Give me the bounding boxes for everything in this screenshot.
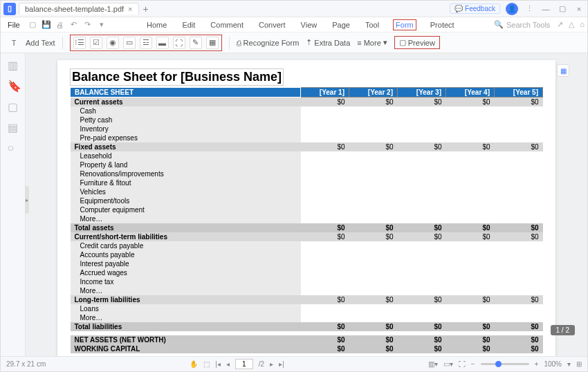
maximize-icon[interactable]: ▢ — [557, 3, 568, 15]
row-label: Total assets — [71, 223, 301, 232]
layer-icon[interactable]: ▤ — [8, 121, 19, 132]
cell — [398, 268, 446, 277]
save-icon[interactable]: 💾 — [41, 19, 52, 30]
first-page-icon[interactable]: |◂ — [215, 360, 221, 368]
row-label: More… — [71, 313, 301, 322]
cell — [495, 304, 543, 313]
col-year: [Year 3] — [398, 88, 446, 97]
menu-edit[interactable]: Edit — [181, 19, 196, 30]
cell: $0 — [495, 295, 543, 304]
cell — [349, 106, 398, 115]
cell — [446, 133, 495, 142]
hand-tool-icon[interactable]: ✋ — [190, 360, 198, 368]
balance-sheet-table: BALANCE SHEET[Year 1][Year 2][Year 3][Ye… — [70, 87, 543, 353]
page-input[interactable] — [235, 359, 253, 369]
attachments-icon[interactable]: ▢ — [8, 100, 19, 111]
image-field-icon[interactable]: ⛶ — [173, 37, 185, 49]
viewmode1-icon[interactable]: ▥▾ — [428, 360, 438, 368]
close-tab-icon[interactable]: × — [128, 5, 132, 13]
menu-page[interactable]: Page — [331, 19, 351, 30]
cell: $0 — [349, 335, 398, 344]
cell: $0 — [446, 335, 495, 344]
last-page-icon[interactable]: ▸| — [279, 360, 284, 368]
file-menu[interactable]: File — [3, 21, 24, 29]
cell — [495, 196, 543, 205]
feedback-button[interactable]: 💬 Feedback — [450, 3, 500, 14]
cloud-icon[interactable]: △ — [569, 20, 574, 29]
row-label: Property & land — [71, 160, 301, 169]
text-tool-icon[interactable]: T — [8, 37, 20, 49]
redo-icon[interactable]: ↷ — [82, 19, 93, 30]
cell — [301, 151, 349, 160]
cell: $0 — [349, 97, 398, 107]
cell: $0 — [301, 223, 349, 232]
cell — [398, 241, 446, 250]
add-text-button[interactable]: Add Text — [26, 39, 55, 47]
cell — [349, 196, 398, 205]
zoom-out-icon[interactable]: − — [471, 360, 475, 368]
zoom-chevron-icon[interactable]: ▾ — [567, 360, 571, 368]
chevron-down-icon[interactable]: ▾ — [96, 19, 107, 30]
undo-icon[interactable]: ↶ — [68, 19, 80, 30]
share-icon[interactable]: ↗ — [557, 20, 563, 29]
viewmode2-icon[interactable]: ▭▾ — [443, 360, 453, 368]
extra-data-button[interactable]: ⇡ Extra Data — [306, 38, 350, 47]
add-tab-icon[interactable]: + — [143, 3, 149, 15]
menu-comment[interactable]: Comment — [209, 19, 245, 30]
cell — [446, 250, 495, 259]
preview-button[interactable]: ▢ Preview — [394, 36, 440, 49]
more-menu-icon[interactable]: ⋮ — [524, 3, 535, 15]
text-field-icon[interactable]: ⁝☰ — [73, 37, 86, 49]
date-field-icon[interactable]: ▦ — [206, 37, 219, 49]
zoom-slider[interactable] — [481, 363, 529, 365]
cell — [301, 214, 349, 223]
cell — [349, 277, 398, 286]
cell: $0 — [398, 344, 446, 353]
menu-view[interactable]: View — [300, 19, 319, 30]
cell — [398, 196, 446, 205]
zoom-level: 100% — [544, 360, 562, 368]
zoom-in-icon[interactable]: + — [535, 360, 539, 368]
combo-field-icon[interactable]: ▭ — [123, 37, 136, 49]
next-page-icon[interactable]: ▸ — [270, 360, 273, 368]
menu-home[interactable]: Home — [145, 19, 168, 30]
cell — [349, 115, 398, 124]
cell — [495, 268, 543, 277]
cell — [446, 313, 495, 322]
cell — [301, 124, 349, 133]
cell: $0 — [301, 142, 349, 151]
prev-page-icon[interactable]: ◂ — [226, 360, 230, 368]
preview-icon: ▢ — [399, 38, 406, 47]
comments-icon[interactable]: ○ — [8, 142, 19, 153]
open-icon[interactable]: ▢ — [27, 19, 38, 30]
checkbox-field-icon[interactable]: ☑ — [90, 37, 102, 49]
menu-tool[interactable]: Tool — [364, 19, 380, 30]
print-icon[interactable]: 🖨 — [55, 19, 66, 30]
col-year: [Year 2] — [349, 88, 398, 97]
button-field-icon[interactable]: ▬ — [156, 37, 169, 49]
menu-protect[interactable]: Protect — [429, 19, 456, 30]
menu-convert[interactable]: Convert — [257, 19, 287, 30]
cell — [398, 304, 446, 313]
signature-field-icon[interactable]: ✎ — [190, 37, 202, 49]
recognize-form-button[interactable]: ⎙ Recognize Form — [237, 39, 300, 47]
fullscreen-icon[interactable]: ⊞ — [576, 360, 582, 368]
more-button[interactable]: ≡ More▾ — [357, 38, 387, 47]
cell: $0 — [495, 232, 543, 241]
select-tool-icon[interactable]: ⬚ — [203, 360, 210, 368]
radio-field-icon[interactable]: ◉ — [107, 37, 119, 49]
user-avatar-icon[interactable]: 👤 — [506, 3, 518, 15]
document-tab[interactable]: balance-sheet-template-1.pdf × — [19, 3, 139, 15]
search-tools[interactable]: 🔍 Search Tools — [494, 20, 550, 29]
thumbnails-icon[interactable]: ▥ — [8, 59, 19, 70]
bookmarks-icon[interactable]: 🔖 — [8, 80, 19, 91]
help-icon[interactable]: ⌂ — [580, 20, 585, 29]
minimize-icon[interactable]: — — [540, 3, 551, 15]
cell — [349, 268, 398, 277]
cell — [301, 313, 349, 322]
close-window-icon[interactable]: × — [573, 3, 585, 15]
menu-form[interactable]: Form — [393, 19, 416, 30]
list-field-icon[interactable]: ☲ — [140, 37, 152, 49]
zoom-thumb[interactable] — [495, 361, 502, 367]
fit-icon[interactable]: ⛶ — [459, 360, 466, 368]
